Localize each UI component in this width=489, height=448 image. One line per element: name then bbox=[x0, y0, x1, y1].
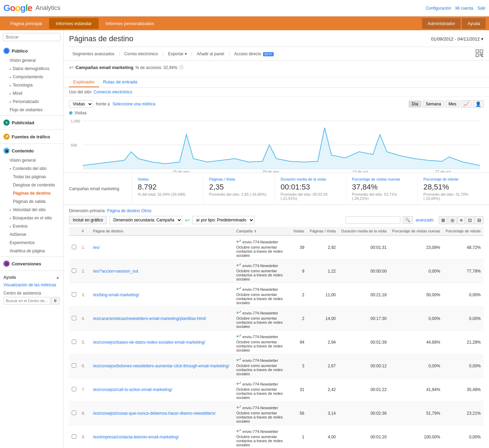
nav-standard-reports[interactable]: Informes estándar bbox=[49, 18, 99, 29]
sidebar-contenido-title[interactable]: ▦ Contenido bbox=[0, 145, 63, 156]
row-visits-3: 2 bbox=[291, 307, 307, 331]
secondary-dimension-select[interactable]: Dimensión secundaria: Campaña bbox=[110, 216, 182, 224]
account-link[interactable]: Mi cuenta bbox=[455, 6, 473, 11]
row-checkbox-6[interactable] bbox=[69, 378, 79, 402]
sidebar-item-flujo[interactable]: Flujo de visitantes bbox=[0, 106, 63, 114]
row-checkbox-7[interactable] bbox=[69, 402, 79, 425]
row-checkbox-0[interactable] bbox=[69, 236, 79, 260]
th-visits[interactable]: Visitas bbox=[291, 227, 307, 236]
sidebar-item-demograficos[interactable]: ▸Datos demográficos bbox=[0, 65, 63, 73]
nav-custom-reports[interactable]: Informes personalizados bbox=[99, 18, 161, 29]
view-pivot-btn[interactable]: ⊡ bbox=[466, 216, 474, 224]
sidebar-contenido-vision[interactable]: Visión general bbox=[0, 156, 63, 164]
avanzado-link[interactable]: avanzado bbox=[416, 218, 433, 222]
sidebar-velocidad[interactable]: ▸Velocidad del sitio bbox=[0, 206, 63, 214]
row-checkbox-3[interactable] bbox=[69, 307, 79, 331]
help-metrics-link[interactable]: Visualización de las métricas bbox=[3, 281, 60, 289]
row-visits-2: 2 bbox=[291, 283, 307, 307]
sidebar-section-conversiones: ⊚ Conversiones bbox=[0, 258, 63, 269]
filter-type-select[interactable]: ar por tipo: Predeterminado bbox=[192, 216, 254, 224]
date-range-picker[interactable]: 01/09/2012 - 04/11/2012 ▾ bbox=[431, 36, 484, 42]
site-use-ecommerce-link[interactable]: Comercio electrónico bbox=[93, 90, 132, 94]
logout-link[interactable]: Salir bbox=[477, 6, 486, 11]
th-campaign[interactable]: Campaña ⬇ bbox=[234, 227, 291, 236]
row-nv-5: 0,00% bbox=[389, 354, 443, 378]
sidebar-sep-2 bbox=[0, 129, 63, 130]
toolbar-correo[interactable]: Correo electrónico bbox=[121, 50, 161, 58]
nav-home[interactable]: Página principal bbox=[3, 18, 49, 29]
sidebar-experimentos[interactable]: Experimentos bbox=[0, 239, 63, 247]
sidebar-paginas-salida[interactable]: Páginas de salida bbox=[0, 197, 63, 206]
tab-rutas[interactable]: Rutas de entrada bbox=[99, 77, 141, 87]
help-search-btn[interactable]: Ir bbox=[51, 297, 60, 305]
row-campaign-7: ↩ envio-774-Newsletter Octubre como aume… bbox=[234, 402, 291, 425]
sidebar-analitica[interactable]: Analítica de página bbox=[0, 247, 63, 255]
help-search-input[interactable] bbox=[3, 297, 50, 305]
row-campaign-8: ↩ envio-774-Newsletter Octubre como aume… bbox=[234, 425, 291, 448]
toolbar-acceso[interactable]: Acceso directo BETA bbox=[231, 50, 277, 58]
stat-dur-label: Duración media de la visita bbox=[281, 177, 341, 181]
th-duration[interactable]: Duración media de la visita bbox=[339, 227, 389, 236]
time-btn-mes[interactable]: Mes bbox=[445, 101, 459, 107]
sidebar-item-movil[interactable]: ▸Móvil bbox=[0, 89, 63, 97]
sidebar-item-vision-general[interactable]: Visión general bbox=[0, 56, 63, 65]
sidebar-desglose[interactable]: Desglose de contenido bbox=[0, 181, 63, 189]
help-collapse[interactable]: ▲ bbox=[56, 275, 60, 280]
view-table-btn[interactable]: ⊞ bbox=[439, 216, 447, 224]
th-page[interactable]: Página de destino bbox=[90, 227, 234, 236]
sidebar-eventos[interactable]: ▸Eventos bbox=[0, 222, 63, 230]
sidebar-item-personalizado[interactable]: ▸Personalizado bbox=[0, 97, 63, 106]
time-btn-semana[interactable]: Semana bbox=[423, 101, 444, 107]
th-bounce[interactable]: Porcentaje de rebote bbox=[443, 227, 484, 236]
tab-explorador[interactable]: Explorador bbox=[69, 77, 99, 87]
sidebar-search-input[interactable] bbox=[3, 33, 60, 41]
include-in-chart-btn[interactable]: Incluir en gráfico bbox=[69, 216, 107, 224]
table-search-btn[interactable]: 🔍 bbox=[403, 216, 413, 224]
sidebar-publicidad-title[interactable]: S Publicidad bbox=[0, 117, 63, 128]
chart-svg: 1.000 500 15 de sep 29 de sep 13 de oct … bbox=[69, 117, 484, 172]
logo: Google Analytics bbox=[3, 3, 60, 13]
sidebar-busquedas[interactable]: ▸Búsquedas en el sitio bbox=[0, 214, 63, 222]
help-button[interactable]: Ayuda bbox=[462, 18, 486, 29]
toolbar-anadir[interactable]: Añadir al panel bbox=[193, 50, 228, 58]
th-pages-visit[interactable]: Páginas / Visita bbox=[307, 227, 339, 236]
sidebar-contenido-sitio[interactable]: ▾Contenido del sitio bbox=[0, 164, 63, 173]
toolbar-exportar[interactable]: Exportar ▾ bbox=[164, 50, 190, 58]
row-checkbox-5[interactable] bbox=[69, 354, 79, 378]
view-custom-btn[interactable]: ⊟ bbox=[475, 216, 484, 224]
row-campaign-6: ↩ envio-774-Newsletter Octubre como aume… bbox=[234, 378, 291, 402]
row-checkbox-1[interactable] bbox=[69, 260, 79, 283]
toolbar-segmentos[interactable]: Segmentos avanzados bbox=[69, 50, 118, 58]
sidebar-item-tecnologia[interactable]: ▸Tecnología bbox=[0, 81, 63, 89]
sidebar-conversiones-title[interactable]: ⊚ Conversiones bbox=[0, 258, 63, 269]
time-btn-dia[interactable]: Día bbox=[409, 101, 421, 107]
chart-people-view-btn[interactable]: 👤 bbox=[473, 100, 484, 108]
th-new-visits[interactable]: Porcentaje de visitas nuevas bbox=[389, 227, 443, 236]
row-checkbox-2[interactable] bbox=[69, 283, 79, 307]
view-chart-btn[interactable]: ◎ bbox=[448, 216, 457, 224]
row-campaign-2: ↩ envio-774-Newsletter Octubre como aume… bbox=[234, 283, 291, 307]
sidebar-paginas-destino[interactable]: Páginas de destino bbox=[0, 189, 63, 197]
row-checkbox-8[interactable] bbox=[69, 425, 79, 448]
sidebar-fuentes-title[interactable]: ↗ Fuentes de tráfico bbox=[0, 131, 63, 142]
content-header: Páginas de destino 01/09/2012 - 04/11/20… bbox=[64, 30, 489, 61]
sidebar-adsense[interactable]: AdSense bbox=[0, 230, 63, 239]
view-list-btn[interactable]: ≡ bbox=[457, 216, 465, 224]
sidebar-todas-paginas[interactable]: Todas las páginas bbox=[0, 173, 63, 181]
metric-placeholder-link[interactable]: Seleccione una métrica bbox=[113, 102, 156, 106]
chart-line-view-btn[interactable]: 📈 bbox=[461, 100, 471, 108]
campaign-arrow-1: ↩ bbox=[236, 261, 242, 269]
qr-code-icon[interactable] bbox=[475, 49, 484, 58]
config-link[interactable]: Configuración bbox=[426, 6, 451, 11]
row-nv-8: 100,00% bbox=[389, 425, 443, 448]
dimension-value-link[interactable]: Página de destino bbox=[107, 208, 140, 213]
row-dur-2: 00:21:18 bbox=[339, 283, 389, 307]
metric-select[interactable]: Visitas bbox=[69, 100, 93, 108]
table-search-input[interactable] bbox=[345, 216, 400, 224]
admin-button[interactable]: Administrador bbox=[422, 18, 460, 29]
dimension-otros-link[interactable]: Otros bbox=[141, 208, 151, 213]
dimension-label: Dimensión primaria: bbox=[69, 208, 106, 213]
sidebar-item-comportamiento[interactable]: ▸Comportamiento bbox=[0, 73, 63, 81]
sidebar-publico-title[interactable]: 👤 Público bbox=[0, 45, 63, 56]
row-checkbox-4[interactable] bbox=[69, 331, 79, 354]
